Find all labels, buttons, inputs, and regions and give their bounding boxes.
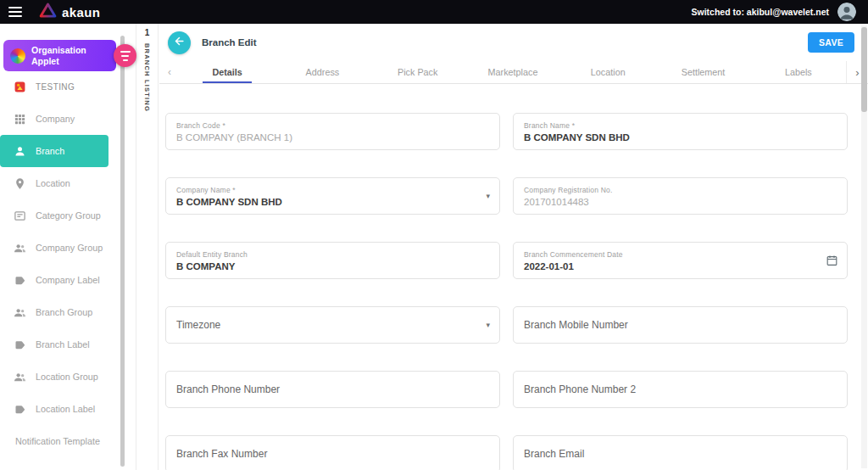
field-timezone[interactable]: Timezone ▾ <box>165 306 500 344</box>
person-icon <box>13 144 26 158</box>
field-label: Branch Commencement Date <box>524 250 837 259</box>
field-placeholder: Branch Email <box>524 448 837 460</box>
form-grid: Branch Code * B COMPANY (BRANCH 1) Branc… <box>165 113 848 470</box>
dropdown-caret-icon[interactable]: ▾ <box>486 321 490 329</box>
field-branch-fax-number[interactable]: Branch Fax Number <box>165 435 500 470</box>
sidebar-item-location-label[interactable]: Location Label <box>0 393 136 425</box>
field-company-registration-no[interactable]: Company Registration No. 201701014483 <box>513 177 848 215</box>
tabs-bar: ‹ Details Address Pick Pack Marketplace … <box>159 61 868 84</box>
back-button[interactable] <box>168 31 191 54</box>
logo-triangle-icon <box>39 3 57 21</box>
field-branch-phone-number-2[interactable]: Branch Phone Number 2 <box>513 371 848 408</box>
tab-details[interactable]: Details <box>180 61 275 83</box>
listing-tab-label: BRANCH LISTING <box>143 43 151 112</box>
back-arrow-icon <box>173 35 186 51</box>
field-label: Branch Name * <box>524 121 837 130</box>
tabs: Details Address Pick Pack Marketplace Lo… <box>180 61 846 83</box>
sidebar-item-label: Company <box>36 114 75 124</box>
field-value: 201701014483 <box>524 197 837 207</box>
sidebar-item-branch-group[interactable]: Branch Group <box>0 296 136 328</box>
field-company-name[interactable]: Company Name * B COMPANY SDN BHD ▾ <box>165 177 500 215</box>
field-branch-code[interactable]: Branch Code * B COMPANY (BRANCH 1) <box>165 113 500 150</box>
people-icon <box>13 241 26 255</box>
sidebar-item-label: Category Group <box>36 210 101 221</box>
tab-location[interactable]: Location <box>560 61 655 83</box>
sidebar-item-company-label[interactable]: Company Label <box>0 264 136 296</box>
field-placeholder: Branch Fax Number <box>176 448 489 460</box>
sidebar-collapse-button[interactable] <box>114 44 136 67</box>
tab-marketplace[interactable]: Marketplace <box>465 61 560 83</box>
applet-header[interactable]: Organisation Applet <box>3 40 116 71</box>
testing-applet-icon <box>13 80 26 93</box>
field-placeholder: Branch Mobile Number <box>524 319 837 331</box>
sidebar-item-location[interactable]: Location <box>0 167 136 199</box>
main-scrollbar-thumb[interactable] <box>861 27 867 112</box>
field-value: B COMPANY (BRANCH 1) <box>176 132 489 143</box>
field-label: Company Name * <box>176 186 489 194</box>
sidebar-item-label: Notification Template <box>15 436 100 446</box>
sidebar-item-notification-template[interactable]: Notification Template <box>0 425 136 457</box>
sidebar-menu: TESTING Company Branch Location Category <box>0 70 136 457</box>
field-branch-mobile-number[interactable]: Branch Mobile Number <box>513 306 848 344</box>
sidebar-item-label: Location Group <box>36 372 98 382</box>
people-icon <box>13 305 26 319</box>
tab-pick-pack[interactable]: Pick Pack <box>370 61 465 83</box>
tab-labels[interactable]: Labels <box>751 61 846 83</box>
people-icon <box>13 370 26 383</box>
app-name: akaun <box>62 5 100 20</box>
field-placeholder: Branch Phone Number <box>176 383 489 395</box>
sidebar-item-company-group[interactable]: Company Group <box>0 232 136 264</box>
tab-settlement[interactable]: Settlement <box>655 61 750 83</box>
field-value: B COMPANY <box>176 261 489 271</box>
hamburger-icon[interactable] <box>8 7 22 17</box>
sidebar-item-branch-label[interactable]: Branch Label <box>0 328 136 361</box>
field-label: Default Entity Branch <box>176 250 489 259</box>
sidebar-item-label: Company Label <box>36 275 100 285</box>
app-logo: akaun <box>39 3 100 21</box>
sidebar-item-branch[interactable]: Branch <box>0 135 108 167</box>
sidebar-item-label: Location <box>36 178 70 188</box>
applet-title: Organisation Applet <box>31 45 109 65</box>
sidebar-item-label: Company Group <box>36 243 103 253</box>
sidebar-item-testing[interactable]: TESTING <box>0 70 136 103</box>
sidebar-item-label: Branch Group <box>36 307 92 317</box>
listing-tab-index: 1 <box>145 28 150 37</box>
field-value: B COMPANY SDN BHD <box>524 132 837 143</box>
dropdown-caret-icon[interactable]: ▾ <box>486 192 490 200</box>
applet-logo-icon <box>10 48 25 64</box>
main-scrollbar[interactable] <box>861 25 867 468</box>
sidebar-item-label: Branch Label <box>36 339 90 350</box>
sidebar-item-location-group[interactable]: Location Group <box>0 361 136 393</box>
field-branch-phone-number[interactable]: Branch Phone Number <box>165 371 500 408</box>
field-value: B COMPANY SDN BHD <box>176 197 489 207</box>
main-content: Branch Edit SAVE ‹ Details Address Pick … <box>159 24 868 470</box>
user-avatar[interactable] <box>837 3 856 21</box>
main-header: Branch Edit SAVE <box>159 24 868 61</box>
field-label: Company Registration No. <box>524 186 837 194</box>
calendar-icon[interactable] <box>826 255 838 267</box>
sidebar: Organisation Applet TESTING Company Bran… <box>0 24 136 470</box>
field-default-entity-branch[interactable]: Default Entity Branch B COMPANY <box>165 242 500 279</box>
field-branch-email[interactable]: Branch Email <box>513 435 848 470</box>
map-pin-icon <box>13 176 26 190</box>
sidebar-item-category-group[interactable]: Category Group <box>0 199 136 232</box>
save-button[interactable]: SAVE <box>808 32 854 53</box>
field-branch-commencement-date[interactable]: Branch Commencement Date 2022-01-01 <box>513 242 848 279</box>
field-placeholder: Timezone <box>176 319 489 331</box>
tabs-scroll-left-icon[interactable]: ‹ <box>159 61 180 83</box>
switched-to-label: Switched to: akibul@wavelet.net <box>691 7 829 17</box>
tab-address[interactable]: Address <box>275 61 370 83</box>
category-card-icon <box>13 209 26 222</box>
tag-icon <box>13 338 26 351</box>
field-branch-name[interactable]: Branch Name * B COMPANY SDN BHD <box>513 113 848 150</box>
sidebar-item-label: TESTING <box>36 82 75 92</box>
sidebar-scrollbar[interactable] <box>120 36 125 467</box>
sidebar-item-company[interactable]: Company <box>0 103 136 135</box>
page-title: Branch Edit <box>202 37 257 48</box>
topbar: akaun Switched to: akibul@wavelet.net <box>0 0 868 24</box>
field-value: 2022-01-01 <box>524 261 837 271</box>
sidebar-item-label: Location Label <box>36 404 95 414</box>
company-grid-icon <box>13 112 26 126</box>
listing-tab-strip[interactable]: 1 BRANCH LISTING <box>136 24 159 470</box>
tag-icon <box>13 273 26 287</box>
